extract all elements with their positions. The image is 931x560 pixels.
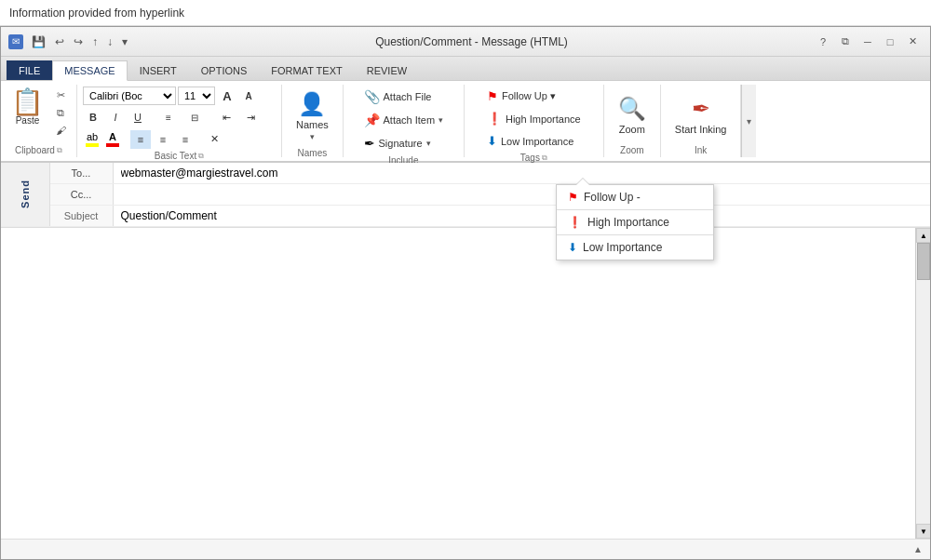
ink-label: Start Inking xyxy=(675,124,727,135)
format-row: B I U ≡ ⊟ ⇤ ⇥ xyxy=(83,108,262,127)
tab-format-text[interactable]: FORMAT TEXT xyxy=(259,60,354,80)
zoom-content: 🔍 Zoom xyxy=(610,87,654,143)
follow-up-button[interactable]: ⚑ Follow Up ▾ xyxy=(482,87,560,106)
scroll-track xyxy=(916,243,930,524)
app-icon: ✉ xyxy=(8,34,23,49)
compose-area: Send To... Cc... xyxy=(1,163,930,559)
restore-button[interactable]: ⧉ xyxy=(835,33,856,51)
cc-button[interactable]: Cc... xyxy=(50,185,113,204)
flag-icon-small: ⚑ xyxy=(568,191,578,204)
tab-insert[interactable]: INSERT xyxy=(128,60,189,80)
info-text: Information provided from hyperlink xyxy=(9,7,184,20)
high-importance-button[interactable]: ❗ High Importance xyxy=(482,109,586,128)
ribbon-scroll-button[interactable]: ▾ xyxy=(741,85,756,157)
low-importance-button[interactable]: ⬇ Low Importance xyxy=(482,131,578,151)
clipboard-content: 📋 Paste ✂ ⧉ 🖌 xyxy=(7,87,71,143)
copy-button[interactable]: ⧉ xyxy=(50,104,71,121)
to-button[interactable]: To... xyxy=(50,164,113,182)
minimize-button[interactable]: ─ xyxy=(857,33,878,51)
signature-icon: ✒ xyxy=(364,136,375,151)
highlight-button[interactable]: ab xyxy=(83,129,101,149)
attach-file-button[interactable]: 📎 Attach File xyxy=(359,87,437,107)
font-color-button[interactable]: A xyxy=(103,129,122,149)
scroll-up-button[interactable]: ▲ xyxy=(916,228,930,243)
help-button[interactable]: ? xyxy=(813,33,833,51)
highlight-color xyxy=(86,143,99,147)
close-button[interactable]: ✕ xyxy=(902,33,923,51)
align-left-button[interactable]: ≡ xyxy=(130,130,151,149)
clipboard-small-buttons: ✂ ⧉ 🖌 xyxy=(50,87,71,139)
high-importance-item[interactable]: ❗ High Importance xyxy=(557,210,713,234)
names-label: Names xyxy=(296,119,329,130)
low-importance-item[interactable]: ⬇ Low Importance xyxy=(557,235,713,260)
ink-icon: ✒ xyxy=(692,96,710,122)
status-bar: ▲ xyxy=(1,539,930,559)
ribbon-group-clipboard: 📋 Paste ✂ ⧉ 🖌 Clipboard ⧉ xyxy=(1,85,77,157)
names-button[interactable]: 👤 Names ▾ xyxy=(288,87,337,146)
ink-content: ✒ Start Inking xyxy=(667,87,735,143)
send-cell[interactable]: Send xyxy=(1,163,49,227)
title-bar: ✉ 💾 ↩ ↪ ↑ ↓ ▾ Question/Comment - Message… xyxy=(1,27,930,57)
subject-label: Subject xyxy=(64,210,99,221)
undo-button[interactable]: ↩ xyxy=(52,33,67,50)
ribbon-group-names: 👤 Names ▾ Names xyxy=(282,85,344,157)
start-inking-button[interactable]: ✒ Start Inking xyxy=(667,91,735,140)
bullets-button[interactable]: ≡ xyxy=(156,108,181,127)
to-input[interactable] xyxy=(114,163,931,183)
clipboard-label: Clipboard ⧉ xyxy=(7,143,71,155)
attach-item-button[interactable]: 📌 Attach Item ▾ xyxy=(359,110,449,130)
basic-text-expand-icon[interactable]: ⧉ xyxy=(198,152,204,161)
font-grow-button[interactable]: A xyxy=(217,87,237,105)
save-button[interactable]: 💾 xyxy=(29,33,48,50)
font-shrink-button[interactable]: A xyxy=(238,87,259,105)
zoom-button[interactable]: 🔍 Zoom xyxy=(610,91,654,140)
move-down-button[interactable]: ↓ xyxy=(104,33,115,50)
cut-button[interactable]: ✂ xyxy=(50,87,71,103)
paperclip-icon: 📎 xyxy=(364,89,380,104)
indent-decrease-button[interactable]: ⇤ xyxy=(215,108,237,127)
font-size-select[interactable]: 11 xyxy=(178,87,215,105)
tab-options[interactable]: OPTIONS xyxy=(189,60,260,80)
follow-up-item[interactable]: ⚑ Follow Up - xyxy=(557,185,713,209)
ink-group-label: Ink xyxy=(667,143,735,155)
tab-review[interactable]: REVIEW xyxy=(355,60,419,80)
include-content: 📎 Attach File 📌 Attach Item ▾ ✒ Signatur… xyxy=(359,87,449,153)
email-fields: Send To... Cc... xyxy=(1,163,930,228)
align-center-button[interactable]: ≡ xyxy=(153,130,173,149)
signature-button[interactable]: ✒ Signature ▾ xyxy=(359,133,436,153)
attach-file-label: Attach File xyxy=(384,91,432,102)
zoom-group-label: Zoom xyxy=(610,143,654,155)
clipboard-expand-icon[interactable]: ⧉ xyxy=(57,146,62,155)
align-right-button[interactable]: ≡ xyxy=(175,130,196,149)
indent-increase-button[interactable]: ⇥ xyxy=(239,108,262,127)
italic-button[interactable]: I xyxy=(105,108,126,127)
clear-formatting-button[interactable]: ✕ xyxy=(204,130,224,149)
format-painter-button[interactable]: 🖌 xyxy=(50,122,71,139)
redo-button[interactable]: ↪ xyxy=(71,33,86,50)
font-family-select[interactable]: Calibri (Boc xyxy=(83,87,176,105)
scroll-thumb[interactable] xyxy=(917,243,930,280)
tab-file[interactable]: FILE xyxy=(7,60,52,80)
low-importance-dropdown-label: Low Importance xyxy=(583,241,662,254)
move-up-button[interactable]: ↑ xyxy=(89,33,101,50)
tab-message[interactable]: MESSAGE xyxy=(52,60,127,81)
numbering-button[interactable]: ⊟ xyxy=(182,108,207,127)
low-importance-label: Low Importance xyxy=(501,136,573,147)
scrollbar[interactable]: ▲ ▼ xyxy=(915,228,930,539)
high-importance-icon: ❗ xyxy=(568,216,582,229)
message-textarea[interactable] xyxy=(1,228,915,539)
subject-input[interactable] xyxy=(114,206,931,226)
underline-button[interactable]: U xyxy=(128,108,148,127)
follow-up-dropdown: ⚑ Follow Up - ❗ High Importance ⬇ Low Im… xyxy=(556,184,714,260)
customize-button[interactable]: ▾ xyxy=(119,33,130,50)
cc-input[interactable] xyxy=(114,184,931,205)
bold-button[interactable]: B xyxy=(83,108,103,127)
follow-up-label: Follow Up ▾ xyxy=(502,90,556,102)
info-bar: Information provided from hyperlink xyxy=(0,0,931,26)
expand-icon[interactable]: ▲ xyxy=(913,544,923,554)
zoom-icon: 🔍 xyxy=(618,96,646,122)
scroll-down-button[interactable]: ▼ xyxy=(916,524,930,539)
maximize-button[interactable]: □ xyxy=(880,33,900,51)
tags-expand-icon[interactable]: ⧉ xyxy=(542,153,547,163)
paste-button[interactable]: 📋 Paste xyxy=(7,87,48,128)
